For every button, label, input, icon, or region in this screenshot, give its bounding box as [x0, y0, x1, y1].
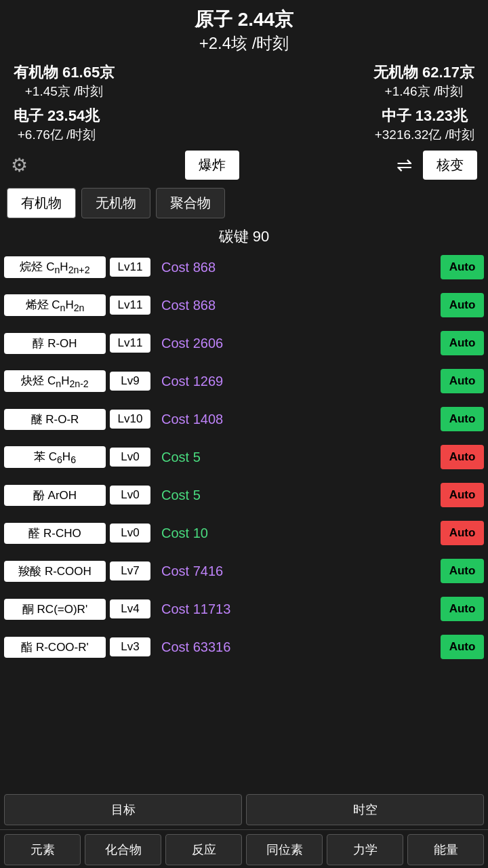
- electron-rate: +6.76亿 /时刻: [14, 126, 100, 144]
- tab-polymer[interactable]: 聚合物: [156, 188, 225, 218]
- table-row: 醇 R-OH Lv11 Cost 2606 Auto: [4, 326, 484, 361]
- table-row: 烯烃 CnH2n Lv11 Cost 868 Auto: [4, 288, 484, 323]
- header-section: 原子 2.44京 +2.4垓 /时刻: [0, 0, 488, 60]
- item-name-alkane: 烷烃 CnH2n+2: [4, 256, 106, 278]
- auto-button-ether[interactable]: Auto: [441, 407, 484, 431]
- atoms-rate: +2.4垓 /时刻: [14, 33, 474, 54]
- item-level-alkane: Lv11: [110, 258, 150, 277]
- item-cost-ketone: Cost 11713: [150, 601, 441, 617]
- explode-button[interactable]: 爆炸: [185, 151, 239, 180]
- item-level-carboxylic: Lv7: [110, 561, 150, 580]
- item-level-ether: Lv10: [110, 410, 150, 429]
- neutron-block: 中子 13.23兆 +3216.32亿 /时刻: [375, 106, 474, 144]
- nav-isotopes[interactable]: 同位素: [246, 834, 323, 865]
- auto-button-alkene[interactable]: Auto: [441, 293, 484, 317]
- item-name-alkyne: 炔烃 CnH2n-2: [4, 370, 106, 392]
- item-level-aldehyde: Lv0: [110, 524, 150, 542]
- organic-value: 有机物 61.65京: [14, 62, 115, 83]
- auto-button-benzene[interactable]: Auto: [441, 445, 484, 469]
- item-cost-alcohol: Cost 2606: [150, 336, 441, 351]
- nav-mechanics[interactable]: 力学: [327, 834, 403, 865]
- item-name-aldehyde: 醛 R-CHO: [4, 523, 106, 544]
- tab-organic[interactable]: 有机物: [7, 188, 76, 218]
- tab-inorganic[interactable]: 无机物: [81, 188, 150, 218]
- auto-button-ester[interactable]: Auto: [441, 635, 484, 659]
- table-row: 醛 R-CHO Lv0 Cost 10 Auto: [4, 515, 484, 551]
- item-cost-alkene: Cost 868: [150, 298, 441, 313]
- item-cost-alkyne: Cost 1269: [150, 374, 441, 389]
- item-name-alcohol: 醇 R-OH: [4, 333, 106, 354]
- item-cost-carboxylic: Cost 7416: [150, 564, 441, 579]
- table-row: 羧酸 R-COOH Lv7 Cost 7416 Auto: [4, 553, 484, 589]
- item-level-alkyne: Lv9: [110, 372, 150, 391]
- gear-icon[interactable]: ⚙: [11, 154, 28, 176]
- nav-energy[interactable]: 能量: [407, 834, 484, 865]
- item-level-phenol: Lv0: [110, 486, 150, 505]
- item-name-ketone: 酮 RC(=O)R': [4, 599, 106, 620]
- tab-bar: 有机物 无机物 聚合物: [0, 184, 488, 222]
- item-name-ester: 酯 R-COO-R': [4, 637, 106, 658]
- auto-button-ketone[interactable]: Auto: [441, 597, 484, 621]
- table-row: 酚 ArOH Lv0 Cost 5 Auto: [4, 477, 484, 513]
- item-name-ether: 醚 R-O-R: [4, 409, 106, 430]
- stats-row-2: 电子 23.54兆 +6.76亿 /时刻 中子 13.23兆 +3216.32亿…: [0, 103, 488, 146]
- controls-row: ⚙ 爆炸 ⇌ 核变: [0, 146, 488, 184]
- item-level-alcohol: Lv11: [110, 334, 150, 353]
- bottom-row-1: 目标 时空: [0, 791, 488, 828]
- auto-button-alcohol[interactable]: Auto: [441, 331, 484, 355]
- atoms-value: 原子 2.44京: [14, 7, 474, 33]
- table-row: 酯 R-COO-R' Lv3 Cost 63316 Auto: [4, 629, 484, 665]
- bottom-row-2: 元素 化合物 反应 同位素 力学 能量: [0, 831, 488, 868]
- item-cost-ether: Cost 1408: [150, 412, 441, 427]
- bottom-nav: 目标 时空 元素 化合物 反应 同位素 力学 能量: [0, 791, 488, 868]
- stats-row-1: 有机物 61.65京 +1.45京 /时刻 无机物 62.17京 +1.46京 …: [0, 60, 488, 103]
- nav-target[interactable]: 目标: [4, 794, 242, 825]
- inorganic-block: 无机物 62.17京 +1.46京 /时刻: [373, 62, 474, 100]
- item-level-ketone: Lv4: [110, 599, 150, 618]
- item-name-alkene: 烯烃 CnH2n: [4, 294, 106, 316]
- auto-button-aldehyde[interactable]: Auto: [441, 521, 484, 545]
- carbon-bonds-header: 碳键 90: [0, 222, 488, 250]
- item-name-phenol: 酚 ArOH: [4, 485, 106, 506]
- table-row: 醚 R-O-R Lv10 Cost 1408 Auto: [4, 401, 484, 437]
- organic-rate: +1.45京 /时刻: [14, 83, 115, 100]
- shuffle-icon[interactable]: ⇌: [396, 154, 412, 176]
- nav-spacetime[interactable]: 时空: [246, 794, 484, 825]
- neutron-value: 中子 13.23兆: [375, 106, 474, 126]
- item-name-benzene: 苯 C6H6: [4, 446, 106, 468]
- item-cost-ester: Cost 63316: [150, 639, 441, 655]
- auto-button-alkyne[interactable]: Auto: [441, 369, 484, 393]
- table-row: 酮 RC(=O)R' Lv4 Cost 11713 Auto: [4, 591, 484, 627]
- item-cost-aldehyde: Cost 10: [150, 526, 441, 541]
- item-level-ester: Lv3: [110, 637, 150, 656]
- table-row: 烷烃 CnH2n+2 Lv11 Cost 868 Auto: [4, 250, 484, 285]
- item-level-benzene: Lv0: [110, 448, 150, 467]
- inorganic-rate: +1.46京 /时刻: [373, 83, 474, 100]
- auto-button-carboxylic[interactable]: Auto: [441, 559, 484, 583]
- item-list: 烷烃 CnH2n+2 Lv11 Cost 868 Auto 烯烃 CnH2n L…: [0, 250, 488, 749]
- table-row: 炔烃 CnH2n-2 Lv9 Cost 1269 Auto: [4, 363, 484, 399]
- item-cost-alkane: Cost 868: [150, 260, 441, 275]
- auto-button-alkane[interactable]: Auto: [441, 255, 484, 279]
- item-name-carboxylic: 羧酸 R-COOH: [4, 561, 106, 582]
- inorganic-value: 无机物 62.17京: [373, 62, 474, 83]
- electron-value: 电子 23.54兆: [14, 106, 100, 126]
- nav-elements[interactable]: 元素: [4, 834, 81, 865]
- neutron-rate: +3216.32亿 /时刻: [375, 126, 474, 144]
- electron-block: 电子 23.54兆 +6.76亿 /时刻: [14, 106, 100, 144]
- item-level-alkene: Lv11: [110, 296, 150, 315]
- item-cost-benzene: Cost 5: [150, 450, 441, 465]
- auto-button-phenol[interactable]: Auto: [441, 483, 484, 507]
- nuclear-button[interactable]: 核变: [423, 151, 477, 180]
- controls-right: ⇌ 核变: [396, 151, 477, 180]
- table-row: 苯 C6H6 Lv0 Cost 5 Auto: [4, 439, 484, 475]
- organic-block: 有机物 61.65京 +1.45京 /时刻: [14, 62, 115, 100]
- item-cost-phenol: Cost 5: [150, 488, 441, 503]
- nav-compounds[interactable]: 化合物: [85, 834, 161, 865]
- nav-reactions[interactable]: 反应: [165, 834, 242, 865]
